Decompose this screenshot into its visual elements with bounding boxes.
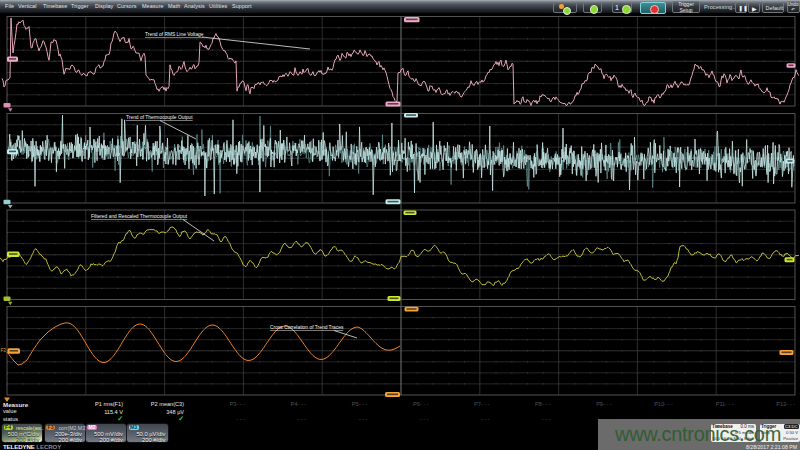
svg-text:Filtered and Rescaled Thermoco: Filtered and Rescaled Thermocouple Outpu…: [91, 214, 188, 219]
svg-text:Trend of RMS Line Voltage: Trend of RMS Line Voltage: [145, 32, 204, 37]
svg-text:Cross Correlation of Trend Tra: Cross Correlation of Trend Traces: [270, 325, 344, 330]
svg-text:F3: F3: [1, 348, 7, 353]
svg-text:Trend of Thermocouple Output: Trend of Thermocouple Output: [126, 115, 193, 120]
